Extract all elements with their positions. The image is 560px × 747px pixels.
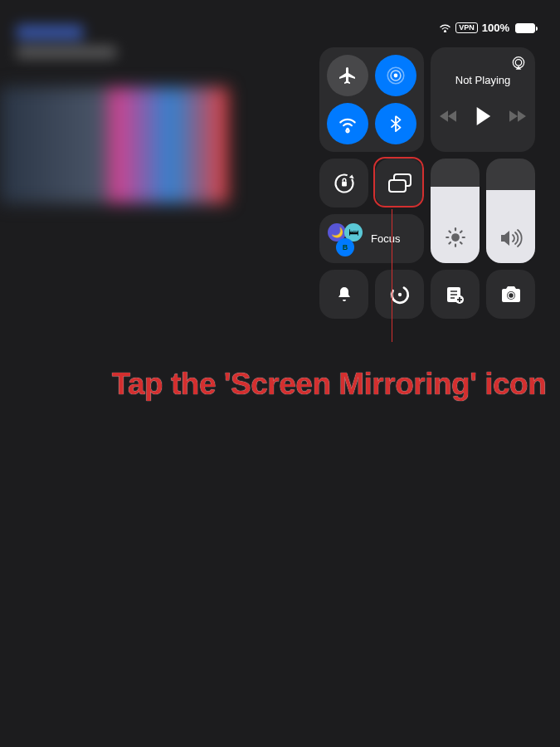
volume-fill — [486, 190, 535, 263]
airplay-audio-icon[interactable] — [510, 56, 527, 72]
wifi-icon — [337, 113, 358, 134]
status-bar: VPN 100% — [439, 22, 535, 34]
screen-mirroring-button[interactable] — [375, 159, 424, 208]
brightness-slider[interactable] — [431, 159, 480, 263]
focus-mode-icons: 🌙 🛏 B — [328, 223, 364, 255]
silent-mode-button[interactable] — [319, 270, 368, 319]
blurred-photo-thumbnail — [0, 87, 228, 203]
control-center: Not Playing 🌙 🛏 — [319, 47, 535, 325]
media-title: Not Playing — [455, 74, 510, 86]
wifi-button[interactable] — [327, 103, 368, 144]
blurred-header — [17, 25, 232, 79]
screen-mirroring-icon — [387, 173, 412, 194]
orientation-lock-icon — [333, 172, 356, 195]
battery-percent: 100% — [482, 22, 509, 34]
svg-line-16 — [449, 231, 450, 232]
battery-icon — [514, 23, 535, 33]
focus-button[interactable]: 🌙 🛏 B Focus — [319, 214, 424, 263]
svg-point-1 — [394, 74, 398, 78]
orientation-lock-button[interactable] — [319, 159, 368, 208]
bluetooth-icon — [387, 115, 405, 133]
camera-icon — [499, 285, 523, 305]
airdrop-button[interactable] — [375, 55, 416, 96]
svg-point-6 — [515, 60, 522, 66]
airplane-icon — [338, 66, 358, 85]
timer-button[interactable] — [375, 270, 424, 319]
svg-rect-8 — [342, 181, 347, 186]
volume-slider[interactable] — [486, 159, 535, 263]
notes-button[interactable] — [431, 270, 480, 319]
note-add-icon — [445, 285, 466, 305]
bell-icon — [334, 285, 354, 305]
previous-track-button[interactable] — [440, 110, 456, 122]
wifi-status-icon — [439, 23, 451, 32]
annotation-arrow-line — [392, 209, 392, 342]
media-tile[interactable]: Not Playing — [431, 47, 535, 152]
svg-line-18 — [449, 242, 450, 244]
annotation-text: Tap the 'Screen Mirroring' icon — [106, 367, 552, 402]
camera-button[interactable] — [486, 270, 535, 319]
airplane-mode-button[interactable] — [327, 55, 368, 96]
airdrop-icon — [385, 65, 407, 86]
play-button[interactable] — [475, 107, 491, 125]
svg-point-11 — [451, 233, 460, 242]
bluetooth-button[interactable] — [375, 103, 416, 144]
svg-rect-10 — [389, 180, 406, 192]
brightness-fill — [431, 187, 480, 263]
svg-point-0 — [445, 30, 446, 32]
volume-icon — [499, 228, 523, 248]
focus-label: Focus — [371, 232, 400, 245]
vpn-badge: VPN — [455, 22, 478, 33]
svg-point-21 — [397, 292, 401, 295]
svg-line-17 — [460, 242, 461, 244]
svg-point-4 — [346, 128, 348, 130]
brightness-icon — [445, 227, 466, 248]
svg-line-19 — [460, 231, 461, 232]
connectivity-tile[interactable] — [319, 47, 424, 152]
next-track-button[interactable] — [509, 110, 526, 122]
